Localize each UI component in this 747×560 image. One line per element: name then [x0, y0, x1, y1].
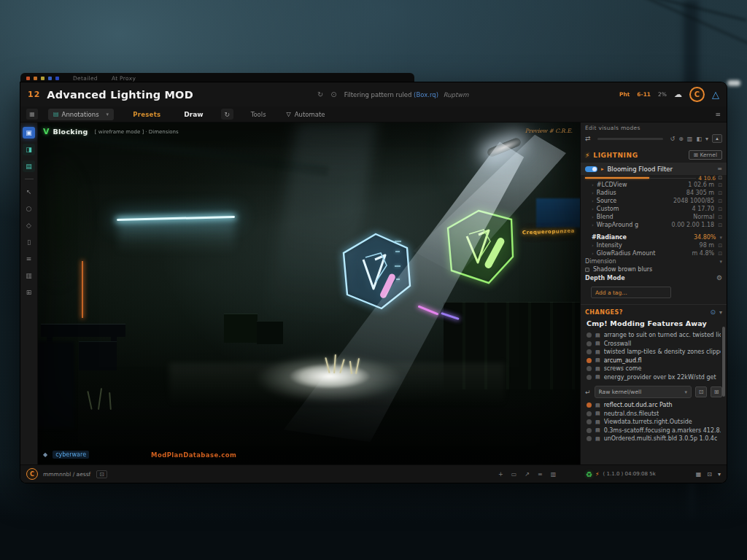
checkbox[interactable]	[585, 268, 589, 272]
v-logo-icon: V	[43, 127, 50, 136]
chevron-down-icon[interactable]: ▾	[719, 309, 722, 316]
slider-value: 4 10.6	[698, 175, 716, 182]
swap-icon[interactable]: ⇄	[585, 135, 591, 142]
change-item-active[interactable]: ▤ arcum_aud.fl	[581, 357, 727, 365]
frame-tool-icon[interactable]: ▭	[511, 471, 517, 478]
file-item[interactable]: ▤ unOrdered.multi.shift.bld 3.0.5p 1.0.4…	[581, 435, 727, 443]
property-row[interactable]: WrapAround g 0.00 2.00 1.18⊡	[581, 221, 727, 229]
status-box-icon[interactable]: ⊡	[96, 470, 107, 478]
pan-tool-icon[interactable]: +	[498, 471, 503, 478]
file-item[interactable]: ▤ 0.3ms-scatoff.focusing a.markers 412.8…	[581, 427, 727, 435]
list-tool-icon[interactable]: ≡	[538, 471, 543, 478]
window-dot-5[interactable]	[55, 77, 59, 80]
tool-mask[interactable]: ◨	[23, 144, 35, 155]
collapse-button[interactable]: ▴	[712, 134, 722, 143]
file-item[interactable]: ▤ neutral.dns.fileutst	[581, 410, 727, 419]
hint-link[interactable]: (Box.rq)	[414, 91, 438, 98]
attach-button[interactable]: ⊡	[695, 386, 707, 397]
gear-icon[interactable]: ⚙	[716, 274, 722, 281]
tool-layers[interactable]: ▤	[23, 160, 35, 172]
titlebar: 12 Advanced Lighting MOD ↻ ⊙ Filtering p…	[20, 82, 727, 106]
split-icon[interactable]: ◧	[696, 136, 702, 142]
cloud-icon[interactable]: ☁	[674, 90, 682, 99]
change-item[interactable]: ▤ screws come	[581, 365, 727, 373]
property-row[interactable]: #LCDView 1 02.6 m⊡	[581, 181, 727, 189]
tool-list[interactable]: ≡	[23, 253, 35, 265]
change-item[interactable]: ▤ arrange to suit on turned acc. twisted…	[581, 331, 727, 340]
draw-button[interactable]: Draw	[184, 111, 203, 118]
tool-rectangle[interactable]: ▯	[23, 236, 35, 248]
tools-button[interactable]: Tools	[251, 111, 266, 118]
viewport-corner-note: Preview # C.R.E.	[525, 128, 573, 134]
kernel-dropdown[interactable]: ▾	[595, 386, 692, 398]
expand-button[interactable]: ⊞	[711, 386, 722, 397]
window-dot-1[interactable]	[26, 77, 30, 80]
rotate-tool-button[interactable]: ↻	[221, 109, 233, 120]
history-icon[interactable]: ↻	[317, 90, 323, 98]
viewport-3d-canvas[interactable]: Crequeropunzea V Blocking [ wiref	[38, 122, 580, 464]
menu-item-proxy[interactable]: At Proxy	[112, 75, 136, 82]
kernel-dropdown-value[interactable]	[599, 389, 685, 395]
kernel-button[interactable]: ⊞ Kernel	[689, 150, 722, 160]
shadow-blur-checkbox-row[interactable]: Shadow brown blurs	[581, 265, 727, 273]
copy-icon[interactable]: ⊡	[707, 471, 712, 478]
add-tag-input[interactable]	[591, 287, 671, 298]
property-row[interactable]: Blend Normal⊡	[581, 213, 727, 221]
tool-image-active[interactable]: ▣	[23, 127, 35, 139]
dimension-row[interactable]: Dimension ▾	[581, 257, 727, 265]
property-row[interactable]: Intensity 98 m⊡	[581, 241, 727, 249]
menu-item-detailed[interactable]: Detailed	[73, 75, 98, 82]
caret-icon[interactable]: ▾	[705, 136, 708, 142]
tool-add-grid[interactable]: ⊞	[23, 287, 35, 298]
property-row[interactable]: GlowRadius Amount m 4.8%⊡	[581, 249, 727, 257]
presets-button[interactable]: Presets	[133, 111, 160, 118]
brand-triangle-icon[interactable]: △	[712, 89, 719, 100]
change-item[interactable]: ▤ twisted lamp-tiles & density zones cli…	[581, 348, 727, 357]
tab-annotations[interactable]: ▤ Annotations ▾	[48, 109, 114, 120]
change-item[interactable]: ▤ Crosswall	[581, 340, 727, 349]
footer-link[interactable]: cyberware	[53, 451, 89, 459]
property-row[interactable]: Radius 84 305 m⊡	[581, 189, 727, 197]
viewport-watermark: V Blocking [ wireframe mode ] · Dimensio…	[43, 127, 179, 136]
undo-icon[interactable]: ↺	[670, 136, 675, 142]
add-icon[interactable]: ⊕	[678, 136, 684, 142]
tool-select[interactable]: ↖	[23, 186, 35, 198]
grid-tool-icon[interactable]: ▥	[551, 471, 557, 478]
grid-icon[interactable]: ▥	[687, 136, 693, 142]
grid-view-icon[interactable]: ▦	[696, 471, 702, 478]
window-dot-2[interactable]	[34, 77, 37, 80]
slider-box-icon[interactable]: ⊡	[718, 175, 722, 181]
panel-scrollbar[interactable]	[722, 327, 725, 397]
sync-icon[interactable]: ⊙	[710, 308, 716, 316]
row-menu-icon[interactable]: ≡	[717, 166, 722, 172]
chevron-down-icon[interactable]: ▾	[718, 471, 721, 478]
chevron-down-icon[interactable]: ▾	[107, 112, 109, 117]
window-dot-3[interactable]	[41, 77, 44, 80]
window-dot-4[interactable]	[48, 77, 52, 80]
bloom-slider[interactable]: 4 10.6 ⊡	[581, 175, 727, 181]
file-item[interactable]: ▤ Viewdata.turrets.right.Outside	[581, 418, 727, 427]
grid-view-button[interactable]: ▦	[26, 109, 38, 120]
depth-mode-row[interactable]: Depth Mode ⚙	[581, 273, 727, 282]
panel-track[interactable]	[597, 138, 664, 140]
tool-pattern[interactable]: ▥	[23, 270, 35, 281]
bloom-filter-row[interactable]: ▸ Blooming Flood Filter ≡	[581, 163, 727, 175]
file-item-active[interactable]: ▤ reflect.out.dud.arc Path	[581, 401, 727, 410]
toggle-switch[interactable]	[585, 166, 597, 172]
add-tag-box	[591, 287, 671, 298]
automate-button[interactable]: ▽ Automate	[287, 111, 325, 118]
property-row[interactable]: Source 2048 1000/85⊡	[581, 197, 727, 205]
property-row[interactable]: Custom 4 17.70⊡	[581, 205, 727, 213]
tool-ellipse[interactable]: ○	[23, 203, 35, 214]
overflow-menu-icon[interactable]: ≡	[715, 111, 721, 118]
return-icon[interactable]: ↵	[585, 389, 591, 396]
radiance-row[interactable]: #Radiance 34.80%▾	[581, 233, 727, 241]
file-icon: ▤	[595, 349, 600, 355]
status-avatar[interactable]: C	[26, 468, 38, 480]
chevron-down-icon[interactable]: ▾	[719, 259, 722, 265]
user-avatar[interactable]: C	[689, 87, 705, 102]
info-icon[interactable]: ⊙	[330, 90, 336, 98]
tool-polygon[interactable]: ◇	[23, 219, 35, 231]
zoom-tool-icon[interactable]: ↗	[525, 471, 530, 478]
change-item[interactable]: ▤ energy_provider over bx 22kW/std get	[581, 373, 727, 382]
